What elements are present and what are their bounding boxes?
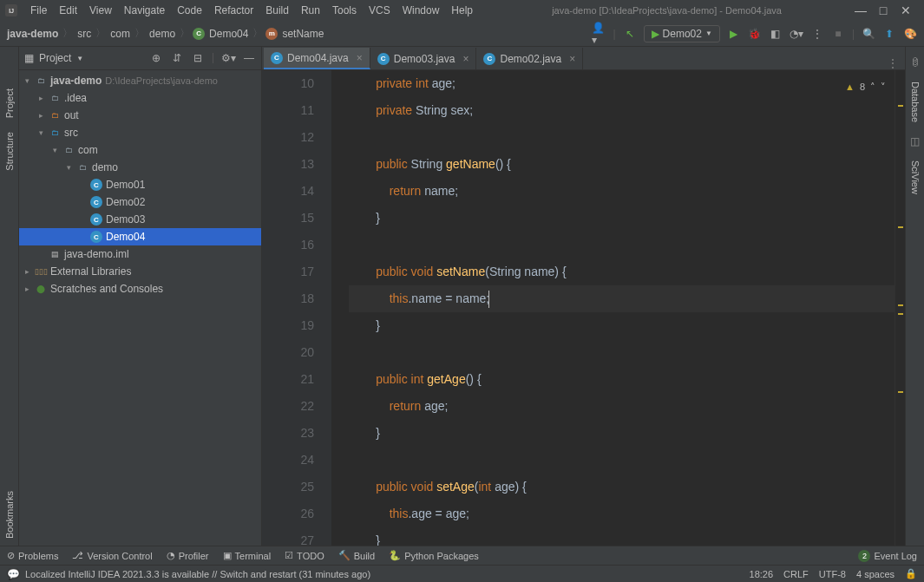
tree-iml[interactable]: ▤ java-demo.iml [19, 245, 261, 263]
code-line-23[interactable]: } [349, 420, 895, 447]
menu-refactor[interactable]: Refactor [208, 4, 259, 16]
code-line-13[interactable]: public String getName() { [349, 151, 895, 178]
chevron-up-icon[interactable]: ˄ [870, 74, 875, 101]
ide-settings-icon[interactable]: 🎨 [903, 27, 917, 41]
stop-icon[interactable]: ■ [831, 27, 845, 41]
sync-icon[interactable]: ⬆ [882, 27, 896, 41]
code-line-11[interactable]: private String sex; [349, 97, 895, 124]
project-tool-tab[interactable]: Project [4, 82, 15, 125]
encoding[interactable]: UTF-8 [819, 569, 846, 579]
tree-demo02[interactable]: C Demo02 [19, 193, 261, 211]
chevron-right-icon[interactable]: ▸ [23, 267, 31, 276]
crumb-method[interactable]: setName [280, 28, 325, 40]
menu-file[interactable]: File [24, 4, 53, 16]
chevron-down-icon[interactable]: ˅ [881, 74, 886, 101]
profiler-tool[interactable]: ◔Profiler [167, 550, 209, 561]
tab-demo02[interactable]: C Demo02.java × [476, 48, 583, 69]
line-separator[interactable]: CRLF [783, 569, 809, 579]
python-packages-tool[interactable]: 🐍Python Packages [389, 550, 479, 561]
build-tool[interactable]: 🔨Build [338, 550, 375, 561]
menu-code[interactable]: Code [171, 4, 208, 16]
tree-root[interactable]: ▾ 🗀 java-demo D:\IdeaProjects\java-demo [19, 72, 261, 89]
code-editor[interactable]: 101112131415161718192021222324252627 ▲ 8… [262, 70, 905, 546]
hide-panel-icon[interactable]: — [242, 51, 256, 65]
build-icon[interactable]: ↖ [623, 27, 637, 41]
minimize-icon[interactable]: — [855, 4, 867, 16]
menu-help[interactable]: Help [445, 4, 479, 16]
gear-icon[interactable]: ⚙▾ [221, 51, 235, 65]
tabs-menu-icon[interactable]: ⋮ [888, 57, 898, 69]
menu-vcs[interactable]: VCS [363, 4, 396, 16]
breadcrumb[interactable]: java-demo 〉 src 〉 com 〉 demo 〉 C Demo04 … [0, 26, 592, 41]
menu-run[interactable]: Run [295, 4, 326, 16]
chevron-right-icon[interactable]: ▸ [23, 284, 31, 293]
close-icon[interactable]: ✕ [900, 4, 912, 16]
code-line-18[interactable]: this.name = name; [349, 285, 895, 312]
vcs-tool[interactable]: ⎇Version Control [72, 550, 152, 561]
sciview-tool-tab[interactable]: SciView [910, 157, 921, 198]
maximize-icon[interactable]: □ [877, 4, 889, 16]
run-icon[interactable]: ▶ [727, 27, 741, 41]
code-line-25[interactable]: public void setAge(int age) { [349, 474, 895, 500]
chevron-down-icon[interactable]: ▾ [23, 76, 31, 85]
code-line-21[interactable]: public int getAge() { [349, 366, 895, 393]
menu-tools[interactable]: Tools [326, 4, 363, 16]
problems-tool[interactable]: ⊘Problems [7, 550, 58, 561]
database-icon[interactable]: 🛢 [908, 56, 922, 69]
indent-settings[interactable]: 4 spaces [856, 569, 895, 579]
chevron-down-icon[interactable]: ▾ [50, 146, 59, 154]
tab-demo04[interactable]: C Demo04.java × [264, 48, 370, 69]
chevron-down-icon[interactable]: ▾ [36, 128, 45, 137]
crumb-src[interactable]: src [75, 28, 93, 40]
database-tool-tab[interactable]: Database [910, 78, 921, 126]
expand-icon[interactable]: ⇵ [170, 51, 184, 65]
chevron-right-icon[interactable]: ▸ [36, 111, 45, 120]
user-icon[interactable]: 👤▾ [592, 27, 606, 41]
tree-scratches[interactable]: ▸ ⬤ Scratches and Consoles [19, 280, 261, 298]
menu-view[interactable]: View [83, 4, 118, 16]
menu-window[interactable]: Window [396, 4, 446, 16]
tree-demo03[interactable]: C Demo03 [19, 211, 261, 228]
gutter[interactable]: 101112131415161718192021222324252627 [262, 70, 331, 546]
crumb-com[interactable]: com [108, 28, 132, 40]
bookmarks-tool-tab[interactable]: Bookmarks [4, 484, 15, 546]
code-line-19[interactable]: } [349, 312, 895, 339]
inspection-widget[interactable]: ▲ 8 ˄ ˅ [845, 74, 886, 101]
notification-icon[interactable]: 💬 [7, 568, 20, 580]
code-line-15[interactable]: } [349, 205, 895, 232]
tree-demo04[interactable]: C Demo04 [19, 228, 261, 245]
search-icon[interactable]: 🔍 [862, 27, 875, 41]
crumb-project[interactable]: java-demo [5, 28, 60, 40]
select-file-icon[interactable]: ⊕ [149, 51, 163, 65]
event-log-tool[interactable]: 2Event Log [858, 550, 917, 562]
menu-build[interactable]: Build [259, 4, 295, 16]
tree-src[interactable]: ▾ 🗀 src [19, 124, 261, 141]
code-line-14[interactable]: return name; [349, 178, 895, 205]
code-line-27[interactable]: } [349, 527, 895, 546]
more-run-icon[interactable]: ⋮ [810, 27, 824, 41]
code-line-16[interactable] [349, 232, 895, 258]
code-line-22[interactable]: return age; [349, 393, 895, 420]
menu-navigate[interactable]: Navigate [118, 4, 171, 16]
todo-tool[interactable]: ☑TODO [285, 550, 324, 561]
sciview-icon[interactable]: ◫ [908, 134, 922, 148]
menu-edit[interactable]: Edit [53, 4, 83, 16]
tree-com[interactable]: ▾ 🗀 com [19, 141, 261, 159]
coverage-icon[interactable]: ◧ [769, 27, 783, 41]
code-line-17[interactable]: public void setName(String name) { [349, 258, 895, 285]
profile-icon[interactable]: ◔▾ [790, 27, 803, 41]
chevron-right-icon[interactable]: ▸ [36, 94, 45, 102]
tree-demo01[interactable]: C Demo01 [19, 176, 261, 193]
tab-demo03[interactable]: C Demo03.java × [370, 48, 477, 69]
code-line-26[interactable]: this.age = age; [349, 500, 895, 527]
debug-icon[interactable]: 🐞 [748, 27, 762, 41]
tree-out[interactable]: ▸ 🗀 out [19, 107, 261, 124]
code-content[interactable]: ▲ 8 ˄ ˅ private int age; private String … [331, 70, 895, 546]
collapse-icon[interactable]: ⊟ [191, 51, 205, 65]
error-stripe[interactable] [895, 70, 905, 546]
tree-demo[interactable]: ▾ 🗀 demo [19, 159, 261, 176]
lock-icon[interactable]: 🔒 [905, 568, 917, 579]
status-message[interactable]: Localized IntelliJ IDEA 2021.3.3 is avai… [25, 569, 370, 579]
project-tree[interactable]: ▾ 🗀 java-demo D:\IdeaProjects\java-demo … [19, 70, 261, 546]
crumb-demo[interactable]: demo [147, 28, 177, 40]
